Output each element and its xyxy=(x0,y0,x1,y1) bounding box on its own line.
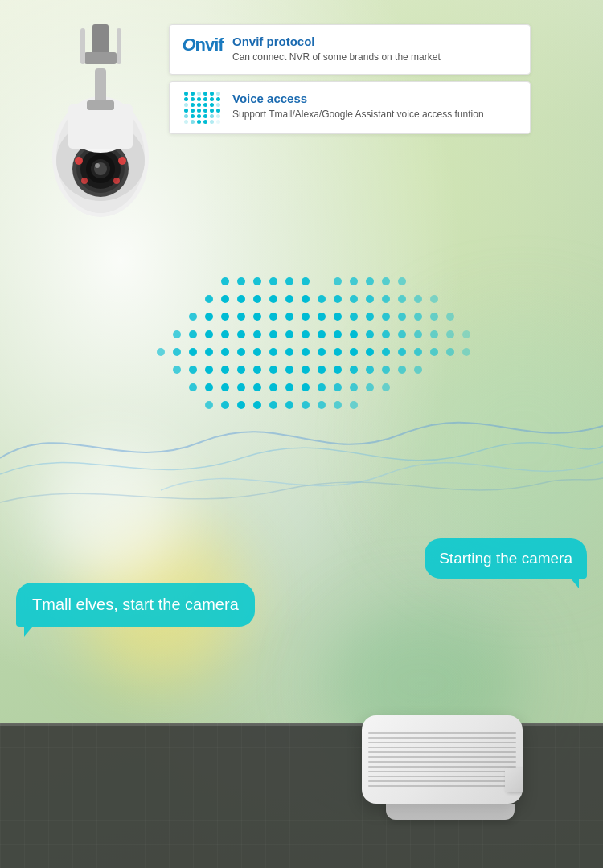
svg-point-101 xyxy=(382,348,390,356)
svg-point-58 xyxy=(302,313,310,321)
svg-point-45 xyxy=(350,295,358,303)
svg-point-100 xyxy=(366,348,374,356)
svg-point-37 xyxy=(221,295,229,303)
svg-point-98 xyxy=(334,348,342,356)
svg-point-66 xyxy=(430,313,438,321)
svg-point-135 xyxy=(382,383,390,391)
svg-point-115 xyxy=(302,366,310,374)
svg-point-33 xyxy=(366,277,374,285)
svg-point-76 xyxy=(302,330,310,338)
svg-point-113 xyxy=(269,366,277,374)
svg-point-49 xyxy=(414,295,422,303)
svg-point-92 xyxy=(237,348,245,356)
svg-point-28 xyxy=(269,277,277,285)
svg-point-20 xyxy=(113,178,120,184)
svg-point-27 xyxy=(253,277,261,285)
voice-icon xyxy=(183,92,223,124)
svg-point-110 xyxy=(221,366,229,374)
svg-point-56 xyxy=(269,313,277,321)
svg-point-91 xyxy=(221,348,229,356)
camera-svg xyxy=(24,24,177,233)
voice-description: Support Tmall/Alexa/Google Assistant voi… xyxy=(232,108,484,121)
svg-point-108 xyxy=(189,366,197,374)
svg-point-126 xyxy=(237,383,245,391)
svg-point-74 xyxy=(269,330,277,338)
svg-point-128 xyxy=(269,383,277,391)
svg-point-68 xyxy=(173,330,181,338)
svg-point-137 xyxy=(221,401,229,409)
svg-point-40 xyxy=(269,295,277,303)
svg-point-34 xyxy=(382,277,390,285)
svg-point-89 xyxy=(189,348,197,356)
svg-point-102 xyxy=(398,348,406,356)
onvif-description: Can connect NVR of some brands on the ma… xyxy=(232,51,441,64)
voice-card-content: Voice access Support Tmall/Alexa/Google … xyxy=(232,92,484,121)
svg-point-57 xyxy=(285,313,293,321)
svg-point-123 xyxy=(189,383,197,391)
svg-rect-5 xyxy=(80,28,85,64)
svg-point-26 xyxy=(237,277,245,285)
svg-rect-4 xyxy=(84,52,117,64)
svg-point-79 xyxy=(350,330,358,338)
svg-point-63 xyxy=(382,313,390,321)
svg-point-87 xyxy=(157,348,165,356)
svg-point-136 xyxy=(205,401,213,409)
svg-point-32 xyxy=(350,277,358,285)
speaker-body xyxy=(362,715,523,804)
svg-rect-3 xyxy=(92,24,109,56)
svg-point-138 xyxy=(237,401,245,409)
svg-point-41 xyxy=(285,295,293,303)
svg-point-104 xyxy=(430,348,438,356)
svg-point-111 xyxy=(237,366,245,374)
svg-point-29 xyxy=(285,277,293,285)
svg-point-93 xyxy=(253,348,261,356)
svg-point-120 xyxy=(382,366,390,374)
svg-point-131 xyxy=(318,383,326,391)
svg-point-78 xyxy=(334,330,342,338)
info-cards-container: Onvif Onvif protocol Can connect NVR of … xyxy=(169,24,531,141)
speaker-base xyxy=(386,804,515,820)
svg-point-83 xyxy=(414,330,422,338)
svg-point-61 xyxy=(350,313,358,321)
dot-pattern xyxy=(113,265,490,490)
svg-point-88 xyxy=(173,348,181,356)
voice-title: Voice access xyxy=(232,92,484,105)
svg-point-99 xyxy=(350,348,358,356)
svg-point-142 xyxy=(302,401,310,409)
svg-point-51 xyxy=(189,313,197,321)
svg-point-119 xyxy=(366,366,374,374)
svg-point-42 xyxy=(302,295,310,303)
svg-point-65 xyxy=(414,313,422,321)
svg-point-130 xyxy=(302,383,310,391)
svg-point-47 xyxy=(382,295,390,303)
svg-point-48 xyxy=(398,295,406,303)
svg-point-129 xyxy=(285,383,293,391)
svg-point-81 xyxy=(382,330,390,338)
svg-point-59 xyxy=(318,313,326,321)
svg-point-69 xyxy=(189,330,197,338)
svg-point-96 xyxy=(302,348,310,356)
svg-point-43 xyxy=(318,295,326,303)
svg-point-134 xyxy=(366,383,374,391)
svg-rect-24 xyxy=(87,100,114,110)
svg-point-84 xyxy=(430,330,438,338)
voice-dots-pattern xyxy=(184,92,221,124)
svg-point-71 xyxy=(221,330,229,338)
camera-image xyxy=(24,24,177,233)
svg-point-55 xyxy=(253,313,261,321)
svg-point-73 xyxy=(253,330,261,338)
svg-point-64 xyxy=(398,313,406,321)
smart-speaker xyxy=(362,715,539,820)
svg-rect-6 xyxy=(117,28,121,64)
svg-point-31 xyxy=(334,277,342,285)
bubble-right-text: Starting the camera xyxy=(439,550,572,567)
svg-point-90 xyxy=(205,348,213,356)
svg-point-124 xyxy=(205,383,213,391)
svg-point-70 xyxy=(205,330,213,338)
svg-point-118 xyxy=(350,366,358,374)
speech-bubble-right: Starting the camera xyxy=(425,538,587,579)
svg-point-105 xyxy=(446,348,454,356)
svg-point-16 xyxy=(95,163,100,168)
svg-point-25 xyxy=(221,277,229,285)
speaker-plug xyxy=(505,768,523,792)
